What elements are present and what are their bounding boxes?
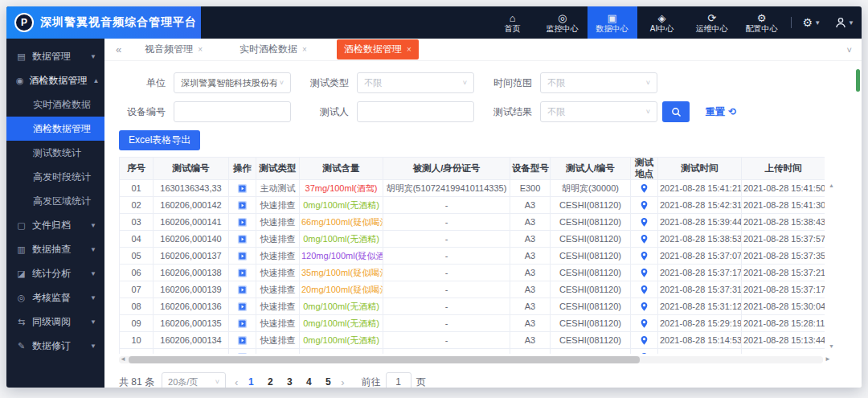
result-select[interactable]: 不限 ˅ bbox=[540, 101, 657, 122]
sidebar-group[interactable]: ▤数据管理▼ bbox=[6, 44, 104, 68]
table-cell: 05 bbox=[120, 248, 154, 265]
table-cell: A3 bbox=[510, 231, 551, 248]
view-location-button[interactable] bbox=[640, 217, 649, 228]
page-size-select[interactable]: 20条/页 ˅ bbox=[162, 372, 226, 388]
close-tab-icon[interactable]: × bbox=[407, 45, 411, 54]
tab-item[interactable]: 视音频管理× bbox=[137, 39, 210, 59]
view-location-button[interactable] bbox=[640, 268, 649, 278]
sidebar-item[interactable]: 高发区域统计 bbox=[6, 189, 104, 213]
view-location-button[interactable] bbox=[640, 251, 649, 261]
location-cell bbox=[631, 180, 658, 197]
sidebar-group[interactable]: ◉酒检数据管理▲ bbox=[6, 68, 104, 92]
sidebar-group[interactable]: ▥数据抽查▼ bbox=[6, 237, 104, 261]
sidebar-item[interactable]: 高发时段统计 bbox=[6, 165, 104, 189]
goto-page-input[interactable] bbox=[386, 372, 411, 388]
table-cell: 08 bbox=[120, 298, 154, 315]
page-number-3[interactable]: 3 bbox=[285, 376, 293, 388]
view-location-button[interactable] bbox=[640, 285, 649, 295]
filter-tester-label: 测试人 bbox=[302, 105, 349, 119]
view-video-button[interactable] bbox=[237, 302, 248, 312]
sidebar-group[interactable]: ▢文件归档▼ bbox=[6, 213, 104, 237]
settings-menu[interactable]: ⚙ ▼ bbox=[796, 6, 828, 39]
page-number-5[interactable]: 5 bbox=[324, 376, 332, 388]
view-location-button[interactable] bbox=[640, 302, 649, 312]
search-button[interactable] bbox=[662, 101, 690, 122]
tab-item[interactable]: 实时酒检数据× bbox=[232, 39, 314, 59]
sidebar-item[interactable]: 测试数统计 bbox=[6, 141, 104, 165]
view-video-button[interactable] bbox=[237, 318, 248, 329]
tab-active[interactable]: 酒检数据管理× bbox=[337, 39, 419, 59]
tester-field[interactable] bbox=[364, 106, 467, 117]
sidebar-group[interactable]: ✎数据修订▼ bbox=[6, 334, 104, 358]
prev-page-button[interactable]: ‹ bbox=[233, 376, 240, 388]
nav-item-ai-center[interactable]: ◈AI中心 bbox=[637, 6, 687, 39]
view-video-button[interactable] bbox=[237, 268, 248, 278]
table-cell bbox=[256, 349, 300, 355]
time-range-select[interactable]: 不限 ˅ bbox=[540, 72, 657, 93]
view-video-button[interactable] bbox=[237, 285, 248, 295]
horizontal-scrollbar[interactable]: ◄ ► bbox=[119, 356, 823, 363]
table-row-partial bbox=[120, 349, 825, 355]
sidebar-item-active[interactable]: 酒检数据管理 bbox=[6, 117, 104, 141]
user-menu[interactable]: ▼ bbox=[828, 6, 862, 39]
page-number-2[interactable]: 2 bbox=[266, 376, 274, 388]
view-location-button[interactable] bbox=[640, 318, 649, 329]
sidebar-group[interactable]: ◎考核监督▼ bbox=[6, 285, 104, 310]
chevron-down-icon[interactable]: ˅ bbox=[847, 45, 852, 55]
scroll-right-icon[interactable]: ► bbox=[825, 355, 831, 363]
close-tab-icon[interactable]: × bbox=[302, 45, 307, 54]
filter-result-label: 测试结果 bbox=[485, 105, 532, 119]
page-number-1[interactable]: 1 bbox=[247, 376, 255, 388]
table-cell: 160206,000136 bbox=[154, 298, 229, 315]
view-video-button[interactable] bbox=[237, 234, 248, 244]
peer-review-icon: ⇆ bbox=[16, 317, 27, 327]
nav-item-home[interactable]: ⌂首页 bbox=[488, 6, 538, 39]
chevron-down-icon: ˅ bbox=[646, 108, 650, 116]
time-range-select-value: 不限 bbox=[547, 77, 644, 89]
close-tab-icon[interactable]: × bbox=[198, 45, 203, 54]
view-location-button[interactable] bbox=[640, 352, 649, 354]
next-page-button[interactable]: › bbox=[339, 376, 346, 388]
sidebar-group[interactable]: ⇆同级调阅▼ bbox=[6, 310, 104, 334]
tabs-collapse-icon[interactable]: « bbox=[116, 43, 121, 55]
view-video-button[interactable] bbox=[237, 200, 248, 211]
view-video-button[interactable] bbox=[237, 352, 248, 354]
test-type-select[interactable]: 不限 ˅ bbox=[357, 72, 474, 93]
filter-row-2: 设备编号 测试人 测试结果 不限 bbox=[119, 101, 847, 122]
result-select-value: 不限 bbox=[547, 106, 644, 118]
table-scroll-down-icon[interactable]: ▼ bbox=[829, 343, 834, 349]
view-video-button[interactable] bbox=[237, 183, 248, 194]
table-row: 05160206,000137快速排查120mg/100ml(疑似酒驾)-A3C… bbox=[120, 248, 825, 265]
excel-export-button[interactable]: Excel表格导出 bbox=[119, 130, 200, 150]
scroll-left-icon[interactable]: ◄ bbox=[120, 355, 126, 363]
view-location-button[interactable] bbox=[640, 200, 649, 211]
view-video-button[interactable] bbox=[237, 217, 248, 228]
sidebar-group[interactable]: ◪统计分析▼ bbox=[6, 261, 104, 285]
filter-row-1: 单位 深圳警翼智能科技股份有限公司 ˅ 测试类型 不限 ˅ bbox=[119, 72, 847, 93]
gear-icon: ⚙ bbox=[803, 16, 813, 29]
sidebar-item[interactable]: 实时酒检数据 bbox=[6, 92, 104, 117]
unit-select[interactable]: 深圳警翼智能科技股份有限公司 ˅ bbox=[174, 72, 291, 93]
view-video-button[interactable] bbox=[237, 335, 248, 346]
table-cell: 2021-08-28 15:38:53 bbox=[658, 231, 742, 248]
nav-item-config-center[interactable]: ⚙配置中心 bbox=[737, 6, 787, 39]
vertical-scrollbar-thumb[interactable] bbox=[856, 69, 860, 92]
table-scroll-up-icon[interactable]: ▲ bbox=[829, 183, 834, 188]
nav-item-data-center[interactable]: ▣数据中心 bbox=[588, 6, 637, 39]
view-location-button[interactable] bbox=[640, 234, 649, 244]
horizontal-scrollbar-thumb[interactable] bbox=[129, 356, 640, 363]
home-icon: ⌂ bbox=[510, 13, 516, 23]
nav-item-ops-center[interactable]: ⟳运维中心 bbox=[687, 6, 737, 39]
table-cell: 160206,000142 bbox=[154, 197, 229, 214]
op-cell bbox=[229, 349, 256, 355]
table-cell: 2021-08-28 15:14:53 bbox=[658, 332, 742, 349]
view-location-button[interactable] bbox=[640, 183, 649, 194]
device-no-field[interactable] bbox=[181, 106, 284, 117]
column-header: 被测人/身份证号 bbox=[383, 158, 510, 180]
view-video-button[interactable] bbox=[237, 251, 248, 261]
nav-item-monitor-center[interactable]: ◎监控中心 bbox=[538, 6, 588, 39]
reset-button[interactable]: 重置 ⟲ bbox=[706, 105, 736, 119]
page-number-4[interactable]: 4 bbox=[305, 376, 313, 388]
table-cell: - bbox=[383, 214, 510, 231]
view-location-button[interactable] bbox=[640, 335, 649, 346]
